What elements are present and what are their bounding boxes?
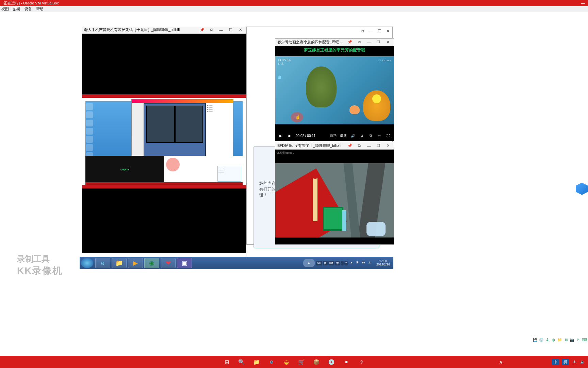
fullscreen-icon[interactable]: ⛶ — [386, 134, 391, 138]
auto-quality[interactable]: 自动 — [330, 133, 337, 138]
host-app-yy[interactable]: ◒ — [282, 357, 291, 366]
start-button[interactable] — [81, 258, 93, 268]
vb-optical-icon[interactable]: 💿 — [539, 338, 544, 342]
series-tag: 赛尔号 幻梦战纪 — [277, 73, 281, 74]
host-tray-expand[interactable]: ∧ — [499, 359, 503, 365]
taskbar-app-purple[interactable]: ▣ — [177, 258, 192, 268]
taskbar-ie[interactable]: e — [95, 258, 110, 268]
watermark-line2: KK录像机 — [17, 264, 63, 277]
taskbar-app-green[interactable]: ◉ — [144, 258, 159, 268]
pet-character — [349, 105, 360, 114]
win1-minimize[interactable]: — — [217, 27, 225, 33]
download-button[interactable]: ⬇ — [303, 259, 315, 267]
taskbar-app-heart[interactable]: ❤ — [161, 258, 176, 268]
host-minimize[interactable]: — — [581, 1, 585, 6]
tray-flag-icon[interactable]: ⚑ — [356, 261, 361, 265]
tray-volume-icon[interactable]: 🔈 — [368, 261, 373, 265]
host-taskview-icon[interactable]: 📁 — [252, 357, 261, 366]
vb-net-icon[interactable]: 🖧 — [545, 338, 550, 342]
win3-popout-icon[interactable]: ⧉ — [356, 143, 363, 149]
win2-pin-icon[interactable]: 📌 — [346, 40, 354, 45]
host-ime-cn[interactable]: 中 — [552, 359, 559, 365]
win2-popout-icon[interactable]: ⧉ — [356, 40, 363, 45]
win1-red-strip-2 — [82, 185, 246, 188]
win1-maximize[interactable]: ☐ — [227, 27, 234, 33]
win2-close[interactable]: ✕ — [384, 40, 392, 45]
guest-clock[interactable]: 17:50 2022/2/18 — [374, 260, 392, 266]
next-button[interactable]: ⏭ — [287, 134, 292, 138]
host-taskbar[interactable]: ⊞ 🔍 📁 e ◒ 🛒 📦 💿 ● ✧ ∧ 中 拼 🖧 🔈 — [0, 356, 588, 368]
bg-maximize[interactable]: ☐ — [378, 29, 381, 33]
win3-pin-icon[interactable]: 📌 — [346, 143, 354, 149]
host-taskbar-center: ⊞ 🔍 📁 e ◒ 🛒 📦 💿 ● ✧ — [222, 357, 366, 366]
host-app-orb[interactable]: ● — [342, 357, 351, 366]
guest-taskbar[interactable]: e 📁 ▶ ◉ ❤ ▣ ⬇ CH 简 ⌨ 中 ⁝ ? ▲ ⚑ 🖧 🔈 17:50… — [80, 257, 393, 269]
volume-icon[interactable]: 🔊 — [350, 134, 356, 138]
vb-rec-icon[interactable]: 📷 — [570, 338, 574, 342]
bg-tool-icon[interactable]: ⧉ — [361, 29, 364, 33]
host-titlebar: [正在运行] - Oracle VM VirtualBox — — [0, 0, 588, 6]
win1-video-top[interactable] — [82, 34, 246, 94]
win1-titlebar[interactable]: 老人手机声音死机有蓝屏死机（十九重）_哔哩哔哩_bilibili 📌 ⧉ — ☐… — [82, 26, 246, 34]
floating-cube-icon[interactable] — [576, 183, 588, 195]
green-robot — [306, 66, 337, 107]
host-volume-icon[interactable]: 🔈 — [580, 359, 585, 364]
vb-usb-icon[interactable]: ψ — [551, 338, 556, 342]
widescreen-icon[interactable]: ⬌ — [377, 134, 382, 138]
language-bar[interactable]: CH 简 ⌨ 中 ⁝ ? — [316, 261, 348, 265]
host-title: [正在运行] - Oracle VM VirtualBox — [3, 1, 59, 6]
win2-minimize[interactable]: — — [365, 40, 373, 45]
win3-maximize[interactable]: ☐ — [375, 143, 382, 149]
host-app-disc[interactable]: 💿 — [327, 357, 336, 366]
vb-kb-icon[interactable]: ⌨ — [582, 338, 587, 342]
vb-disk-icon[interactable]: 💾 — [533, 338, 538, 342]
win3-minimize[interactable]: — — [365, 143, 373, 149]
vm-display: 录制工具 KK录像机 ⧉ — ☐ ✕ 登录 大 直播0 ✕ 坏的内存写 有打开的… — [0, 12, 588, 356]
taskbar-wmp[interactable]: ▶ — [128, 258, 143, 268]
win2-video[interactable]: 罗玉婷是王者里的李元芳的配音哦 CCTV 14少 儿 CCTV.com 赛尔号 … — [275, 46, 394, 141]
win2-title: 赛尔号动画之赛小息的四种配音_哔哩哔哩_bili... — [277, 40, 346, 45]
win1-close[interactable]: ✕ — [236, 27, 244, 33]
host-app-tb[interactable]: 🛒 — [297, 357, 306, 366]
cctv-logo: CCTV 14少 儿 — [278, 58, 291, 65]
taskbar-explorer[interactable]: 📁 — [112, 258, 127, 268]
host-app-spark[interactable]: ✧ — [357, 357, 366, 366]
click-indicator — [291, 112, 303, 122]
play-button[interactable]: ▶ — [278, 134, 283, 138]
menu-help[interactable]: 帮助 — [36, 6, 44, 12]
pip-icon[interactable]: ⧉ — [368, 134, 373, 138]
menu-hotkey[interactable]: 热键 — [13, 6, 20, 12]
host-start-icon[interactable]: ⊞ — [222, 357, 231, 366]
match-character — [313, 177, 317, 221]
bg-close[interactable]: ✕ — [386, 29, 390, 33]
host-network-icon[interactable]: 🖧 — [572, 359, 577, 364]
vb-mouse-icon[interactable]: 🖱 — [576, 338, 581, 342]
host-search-icon[interactable]: 🔍 — [237, 357, 246, 366]
win2-maximize[interactable]: ☐ — [375, 40, 382, 45]
win1-popout-icon[interactable]: ⧉ — [208, 27, 215, 33]
original-label: Original — [120, 168, 130, 171]
win1-video-bottom[interactable] — [82, 188, 246, 253]
host-edge-icon[interactable]: e — [267, 357, 276, 366]
video-window-3: BFDIA 5c 没有雪了！_哔哩哔哩_bilibili 📌 ⧉ — ☐ ✕ 弹… — [275, 142, 394, 245]
win2-titlebar[interactable]: 赛尔号动画之赛小息的四种配音_哔哩哔哩_bili... 📌 ⧉ — ☐ ✕ — [275, 39, 394, 46]
menu-view[interactable]: 视图 — [1, 6, 9, 12]
host-ime-pin[interactable]: 拼 — [562, 359, 569, 365]
tray-network-icon[interactable]: 🖧 — [362, 261, 367, 265]
menu-device[interactable]: 设备 — [24, 6, 32, 12]
host-virtualbox-icon[interactable]: 📦 — [312, 357, 321, 366]
settings-icon[interactable]: ⚙ — [359, 134, 364, 138]
ice-cube-character — [366, 222, 386, 236]
recording-watermark: 录制工具 KK录像机 — [17, 254, 63, 277]
vb-shared-icon[interactable]: 📁 — [557, 338, 562, 342]
win1-title: 老人手机声音死机有蓝屏死机（十九重）_哔哩哔哩_bilibili — [84, 27, 180, 32]
vb-display-icon[interactable]: 🖥 — [564, 338, 568, 342]
win1-pin-icon[interactable]: 📌 — [198, 27, 206, 33]
bg-minimize[interactable]: — — [369, 29, 373, 33]
playback-speed[interactable]: 倍速 — [340, 133, 347, 138]
win3-close[interactable]: ✕ — [384, 143, 392, 149]
win3-video[interactable]: 弹幕弹xxxxx... — [275, 150, 394, 244]
win3-titlebar[interactable]: BFDIA 5c 没有雪了！_哔哩哔哩_bilibili 📌 ⧉ — ☐ ✕ — [275, 142, 394, 150]
tray-expand-icon[interactable]: ▲ — [350, 261, 355, 265]
win1-video-middle[interactable]: • ——• ——• ——• —— Original ————————— — [82, 98, 246, 185]
